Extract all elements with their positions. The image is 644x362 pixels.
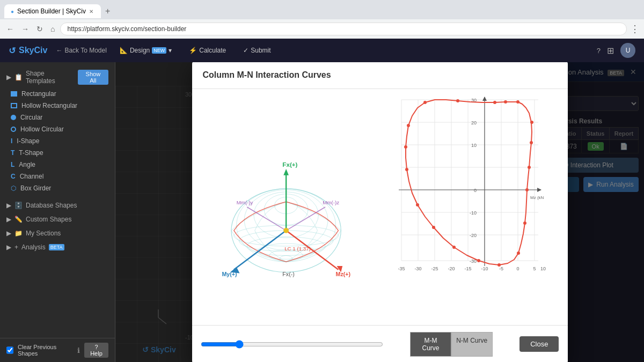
svg-text:5: 5: [533, 266, 536, 271]
svg-text:Mz(+): Mz(+): [335, 271, 350, 277]
help-icon[interactable]: ?: [597, 47, 601, 55]
shape-item-rectangular[interactable]: Rectangular: [0, 88, 115, 100]
grid-icon[interactable]: ⊞: [607, 46, 614, 56]
svg-point-81: [452, 246, 456, 249]
custom-shapes-group[interactable]: ▶ ✏️ Custom Shapes: [0, 212, 115, 226]
tab-close-button[interactable]: ✕: [89, 9, 93, 14]
svg-point-86: [407, 124, 410, 127]
custom-icon: ✏️: [14, 216, 23, 223]
chevron-right-icon-2: ▶: [6, 202, 11, 209]
shape-item-hollow-circular[interactable]: Hollow Circular: [0, 123, 115, 135]
svg-point-82: [432, 226, 435, 229]
shape-item-box-girder[interactable]: ⬡ Box Girder: [0, 182, 115, 194]
info-icon: ℹ: [77, 346, 80, 354]
shape-item-channel[interactable]: C Channel: [0, 171, 115, 182]
svg-point-87: [423, 101, 427, 104]
svg-point-75: [528, 166, 531, 169]
svg-point-78: [517, 252, 520, 255]
shape-item-circular[interactable]: Circular: [0, 112, 115, 123]
shape-item-i-shape[interactable]: I I-Shape: [0, 135, 115, 147]
design-button[interactable]: 📐 Design NEW ▾: [115, 45, 176, 56]
chevron-right-icon-3: ▶: [6, 216, 11, 223]
submit-button[interactable]: ✓ Submit: [239, 45, 275, 56]
modal-dialog: Column M-N Interaction Curves: [192, 62, 568, 362]
design-new-badge: NEW: [152, 47, 166, 54]
svg-point-88: [456, 99, 459, 102]
user-avatar[interactable]: U: [620, 43, 635, 58]
logo-icon: ↺: [9, 46, 16, 56]
svg-text:-10: -10: [481, 266, 488, 271]
svg-text:-30: -30: [414, 266, 421, 271]
tab-title: Section Builder | SkyCiv: [17, 8, 86, 15]
svg-text:-20: -20: [469, 233, 476, 238]
shape-item-angle[interactable]: L Angle: [0, 159, 115, 171]
help-button-sidebar[interactable]: ? Help: [84, 343, 108, 358]
tab-nm-curve[interactable]: N-M Curve: [451, 332, 493, 357]
svg-text:Mm(-)y: Mm(-)y: [236, 200, 253, 205]
svg-text:20: 20: [471, 120, 476, 125]
home-button[interactable]: ⌂: [48, 23, 57, 35]
analysis-icon: +: [14, 243, 18, 251]
svg-point-85: [404, 145, 407, 149]
svg-text:Mm(-)z: Mm(-)z: [323, 200, 339, 205]
show-all-button[interactable]: Show All: [78, 70, 108, 85]
svg-point-79: [497, 263, 501, 267]
i-shape-icon: I: [11, 137, 12, 145]
reload-button[interactable]: ↻: [34, 23, 45, 35]
hollow-rect-icon: [11, 103, 17, 108]
browser-tab[interactable]: ● Section Builder | SkyCiv ✕: [4, 4, 101, 18]
svg-text:0: 0: [473, 188, 476, 193]
svg-text:-5: -5: [499, 266, 503, 271]
svg-text:My(+): My(+): [222, 271, 237, 277]
t-shape-icon: T: [11, 149, 14, 157]
calculate-button[interactable]: ⚡ Calculate: [185, 45, 230, 56]
plot-2d-area: Rx/Ry Mz (kN 30 20 10 0 -10 -20 -30: [385, 94, 562, 320]
clear-shapes-checkbox[interactable]: [6, 346, 13, 354]
svg-point-74: [530, 141, 533, 144]
forward-button[interactable]: →: [19, 23, 31, 35]
plot-3d-area: Fx(+) Fx(-) My(+): [197, 94, 380, 320]
angle-icon: L: [11, 161, 14, 168]
svg-text:10: 10: [471, 143, 476, 148]
tab-favicon: ●: [11, 9, 14, 14]
svg-text:-35: -35: [398, 266, 405, 271]
svg-point-76: [525, 188, 529, 191]
svg-point-29: [283, 227, 289, 233]
back-to-model-link[interactable]: ← Back To Model: [56, 47, 107, 54]
svg-text:Mz (kN: Mz (kN: [530, 195, 544, 200]
help-icon-sidebar: ?: [94, 344, 98, 350]
shape-templates-section[interactable]: ▶ 📋 Shape Templates Show All: [0, 67, 115, 88]
svg-point-73: [530, 121, 533, 124]
address-bar[interactable]: [60, 23, 627, 35]
modal-body: Fx(+) Fx(-) My(+): [192, 89, 568, 325]
browser-menu-button[interactable]: ⋮: [630, 23, 640, 35]
sidebar-bottom: Clear Previous Shapes ℹ ? Help: [0, 338, 115, 362]
new-tab-button[interactable]: +: [101, 3, 114, 19]
svg-point-83: [416, 203, 419, 206]
close-modal-button[interactable]: Close: [519, 336, 559, 352]
shape-item-hollow-rectangular[interactable]: Hollow Rectangular: [0, 100, 115, 112]
app-logo: ↺ SkyCiv: [9, 46, 47, 56]
plot-slider[interactable]: [201, 340, 383, 349]
database-shapes-group[interactable]: ▶ 🗄️ Database Shapes: [0, 198, 115, 212]
modal-title: Column M-N Interaction Curves: [203, 70, 331, 79]
tab-mm-curve[interactable]: M-M Curve: [410, 332, 451, 357]
svg-text:LC 1 (1.37): LC 1 (1.37): [284, 245, 311, 251]
svg-point-80: [477, 259, 480, 262]
svg-text:-20: -20: [448, 266, 455, 271]
svg-text:0: 0: [516, 266, 519, 271]
modal-footer: M-M Curve N-M Curve Close: [192, 325, 568, 363]
modal-header: Column M-N Interaction Curves: [192, 62, 568, 89]
back-button[interactable]: ←: [4, 23, 16, 35]
shape-templates-icon: 📋: [14, 73, 23, 81]
my-sections-group[interactable]: ▶ 📁 My Sections: [0, 226, 115, 240]
chevron-right-icon-5: ▶: [6, 243, 11, 251]
analysis-beta-badge: BETA: [49, 244, 64, 250]
svg-point-90: [504, 100, 507, 104]
shape-item-t-shape[interactable]: T T-Shape: [0, 147, 115, 159]
svg-text:10: 10: [540, 266, 545, 271]
plot-tabs: M-M Curve N-M Curve: [410, 332, 492, 357]
svg-point-77: [523, 221, 526, 225]
analysis-group[interactable]: ▶ + Analysis BETA: [0, 240, 115, 254]
svg-text:-15: -15: [464, 266, 471, 271]
